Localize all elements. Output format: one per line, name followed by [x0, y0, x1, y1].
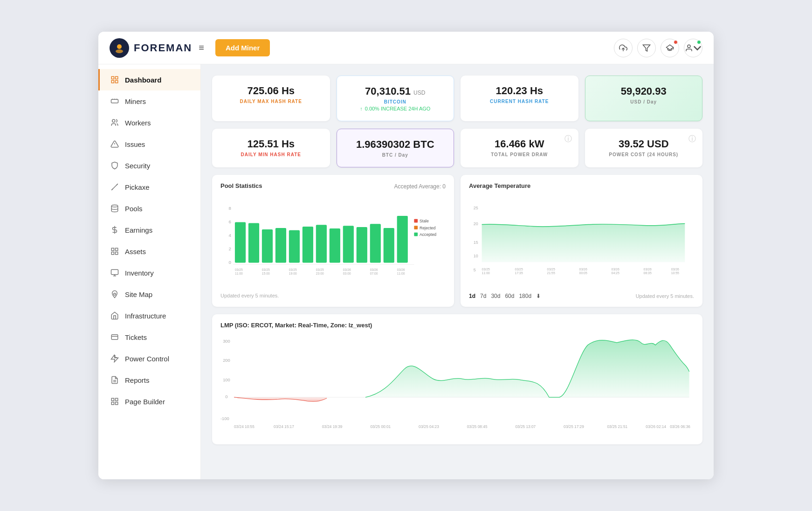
pool-chart-area: 8 6 4 2 0 — [220, 195, 446, 290]
sidebar-item-inventory[interactable]: Inventory — [98, 262, 200, 283]
pagebuilder-icon — [110, 397, 119, 406]
hamburger-icon[interactable]: ≡ — [199, 42, 204, 53]
sidebar-item-pickaxe[interactable]: Pickaxe — [98, 176, 200, 198]
svg-text:03/26: 03/26 — [370, 268, 378, 271]
svg-text:03/26: 03/26 — [343, 268, 351, 271]
filter-button[interactable] — [637, 39, 656, 57]
svg-text:03/24 15:17: 03/24 15:17 — [274, 424, 294, 429]
temp-download-icon[interactable]: ⬇ — [536, 293, 541, 299]
sidebar-item-infrastructure[interactable]: Infrastructure — [98, 305, 200, 326]
svg-text:00:05: 00:05 — [579, 271, 587, 275]
svg-rect-16 — [111, 248, 114, 250]
svg-text:15:00: 15:00 — [262, 272, 270, 275]
svg-text:100: 100 — [223, 378, 230, 382]
svg-rect-20 — [111, 269, 118, 275]
svg-text:10: 10 — [474, 254, 478, 259]
sidebar-label-power: Power Control — [125, 355, 169, 363]
svg-text:07:00: 07:00 — [370, 272, 378, 275]
sidebar-item-tickets[interactable]: Tickets — [98, 326, 200, 348]
svg-rect-6 — [116, 76, 118, 79]
btc-day-label: BTC / Day — [347, 152, 444, 158]
sidebar-item-workers[interactable]: Workers — [98, 112, 200, 133]
svg-rect-47 — [397, 216, 408, 262]
svg-text:8: 8 — [228, 206, 231, 211]
infrastructure-icon — [110, 311, 119, 320]
temp-ctrl-1d[interactable]: 1d — [469, 293, 475, 299]
svg-text:17:35: 17:35 — [515, 271, 523, 275]
daily-max-value: 725.06 Hs — [222, 85, 320, 97]
sidebar-label-workers: Workers — [125, 119, 151, 127]
sidebar-item-security[interactable]: Security — [98, 155, 200, 176]
sidebar-item-miners[interactable]: Miners — [98, 90, 200, 112]
svg-marker-3 — [643, 45, 650, 51]
logo-icon — [110, 38, 129, 58]
daily-max-label: DAILY MAX HASH RATE — [222, 99, 320, 104]
svg-text:03/25: 03/25 — [515, 268, 523, 271]
power-cost-info-icon: ⓘ — [688, 134, 696, 144]
svg-rect-45 — [370, 224, 381, 262]
inventory-icon — [110, 268, 119, 277]
svg-point-0 — [117, 44, 122, 49]
temp-ctrl-60d[interactable]: 60d — [505, 293, 514, 299]
temp-ctrl-7d[interactable]: 7d — [480, 293, 486, 299]
sidebar-item-reports[interactable]: Reports — [98, 369, 200, 391]
svg-text:03/26: 03/26 — [397, 268, 405, 271]
sidebar-item-pagebuilder[interactable]: Page Builder — [98, 391, 200, 412]
svg-rect-29 — [116, 402, 118, 405]
sidebar-item-issues[interactable]: Issues — [98, 133, 200, 155]
svg-text:5: 5 — [474, 268, 476, 272]
temp-ctrl-180d[interactable]: 180d — [519, 293, 531, 299]
sidebar-label-earnings: Earnings — [125, 226, 152, 234]
svg-rect-39 — [289, 230, 300, 263]
stat-card-btc-day: 1.96390302 BTC BTC / Day — [337, 129, 454, 167]
sidebar-label-inventory: Inventory — [125, 269, 154, 277]
svg-point-1 — [116, 49, 123, 53]
svg-point-10 — [112, 119, 115, 122]
user-button[interactable] — [684, 39, 702, 57]
svg-text:06:35: 06:35 — [644, 271, 652, 275]
logo-text: FOREMAN — [134, 42, 192, 54]
svg-rect-28 — [111, 402, 114, 405]
lmp-line-chart: 300 200 100 0 -100 03/24 10:55 03/24 15:… — [220, 332, 694, 435]
sidebar-label-pools: Pools — [125, 205, 143, 213]
avg-temp-card: Average Temperature 25 20 15 10 5 — [461, 175, 702, 307]
help-button[interactable] — [661, 39, 679, 57]
sidebar-item-assets[interactable]: Assets — [98, 241, 200, 262]
svg-rect-41 — [316, 225, 327, 262]
sidebar-item-sitemap[interactable]: Site Map — [98, 283, 200, 305]
svg-rect-22 — [111, 335, 118, 340]
current-hash-value: 120.23 Hs — [471, 85, 568, 97]
sidebar-item-power[interactable]: Power Control — [98, 348, 200, 369]
sidebar-label-sitemap: Site Map — [125, 290, 152, 298]
svg-text:21:55: 21:55 — [547, 271, 555, 275]
svg-text:Accepted: Accepted — [420, 232, 436, 237]
svg-text:03/26: 03/26 — [644, 268, 652, 271]
stat-cards-row1: 725.06 Hs DAILY MAX HASH RATE 70,310.51 … — [212, 76, 702, 121]
svg-rect-63 — [414, 219, 418, 223]
svg-rect-9 — [111, 99, 118, 103]
sidebar-label-issues: Issues — [125, 140, 145, 148]
upload-button[interactable] — [614, 39, 633, 57]
svg-text:03/26 06:36: 03/26 06:36 — [670, 424, 690, 429]
daily-min-value: 125.51 Hs — [222, 138, 320, 150]
header-actions — [614, 39, 702, 57]
stat-card-daily-min: 125.51 Hs DAILY MIN HASH RATE — [212, 129, 330, 167]
sidebar-item-earnings[interactable]: Earnings — [98, 219, 200, 241]
svg-rect-38 — [275, 228, 286, 262]
sidebar-item-dashboard[interactable]: Dashboard — [98, 69, 200, 90]
svg-text:0: 0 — [225, 394, 227, 399]
svg-text:03/25 17:29: 03/25 17:29 — [564, 424, 584, 429]
miners-icon — [110, 97, 119, 106]
sidebar-item-pools[interactable]: Pools — [98, 198, 200, 219]
svg-rect-7 — [111, 81, 114, 83]
add-miner-button[interactable]: Add Miner — [215, 39, 270, 56]
svg-point-14 — [111, 205, 118, 207]
svg-text:03/26: 03/26 — [579, 268, 587, 271]
svg-rect-26 — [111, 398, 114, 401]
power-icon — [110, 354, 119, 363]
bitcoin-sub: ↑ 0.00% INCREASE 24H AGO — [347, 106, 444, 111]
svg-text:2: 2 — [228, 246, 231, 251]
sidebar: Dashboard Miners Workers I — [98, 64, 201, 479]
temp-ctrl-30d[interactable]: 30d — [491, 293, 500, 299]
svg-text:03/25 21:51: 03/25 21:51 — [607, 424, 627, 429]
